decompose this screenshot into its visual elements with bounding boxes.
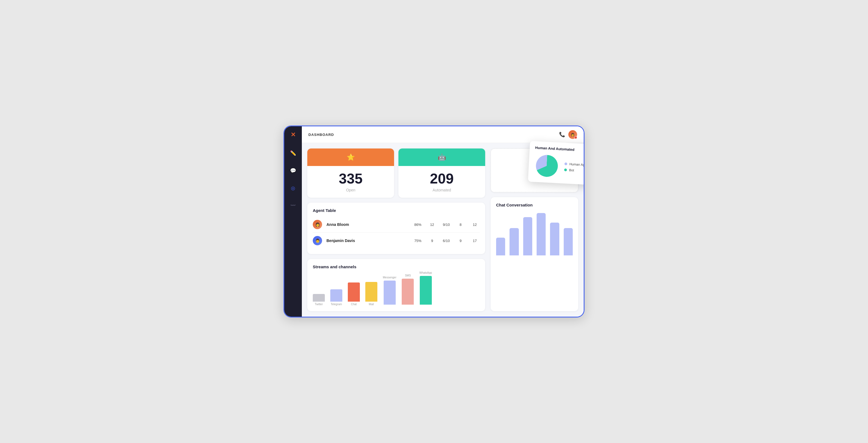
bar-label-twitter: Twitter xyxy=(315,303,322,306)
agent-name-ben: Benjamin Davis xyxy=(327,238,408,243)
sidebar: ✕ ✏️ 💬 ◎ 〰 xyxy=(284,126,302,317)
left-column: ⭐ 335 Open 🤖 209 Automated xyxy=(307,148,485,311)
chat-bar-chart xyxy=(496,212,573,255)
sidebar-item-chat[interactable]: 💬 xyxy=(288,166,298,176)
agent-stat-ben-4: 9 xyxy=(456,239,465,243)
avatar-initials: 👩 xyxy=(571,133,575,136)
sidebar-logo[interactable]: ✕ xyxy=(290,131,296,138)
agent-stat-anna-2: 12 xyxy=(427,223,437,227)
table-row: 👩 Anna Bloom 86% 12 9/10 8 12 xyxy=(313,216,480,233)
agent-stat-ben-2: 9 xyxy=(427,239,437,243)
pie-chart-svg xyxy=(534,153,560,179)
automated-label: Automated xyxy=(404,188,480,192)
bar-whatsapp xyxy=(420,276,432,305)
bar-label-mail: Mail xyxy=(369,303,374,306)
legend-dot-bot xyxy=(564,168,567,171)
agent-avatar-anna: 👩 xyxy=(313,220,322,229)
bar-twitter xyxy=(313,294,325,302)
pie-legend: Human Agent Bot xyxy=(564,162,585,173)
sidebar-item-edit[interactable]: ✏️ xyxy=(288,148,298,158)
legend-dot-human xyxy=(564,163,567,165)
open-metric-body: 335 Open xyxy=(307,166,394,198)
bar-telegram xyxy=(330,289,342,302)
metric-cards: ⭐ 335 Open 🤖 209 Automated xyxy=(307,148,485,198)
legend-item-bot: Bot xyxy=(564,168,585,173)
automated-metric-card: 🤖 209 Automated xyxy=(398,148,485,198)
header: DASHBOARD 📞 👩 xyxy=(302,126,584,143)
automated-value: 209 xyxy=(404,171,480,186)
bar-group-telegram: Telegram xyxy=(330,288,342,306)
agent-stat-ben-1: 75% xyxy=(413,239,423,243)
bar-chat xyxy=(348,282,360,302)
agent-stat-anna-5: 12 xyxy=(470,223,480,227)
open-metric-header: ⭐ xyxy=(307,148,394,166)
bar-group-twitter: Twitter xyxy=(313,292,325,306)
automated-metric-header: 🤖 xyxy=(398,148,485,166)
vert-bar-5 xyxy=(550,223,559,255)
agent-stat-anna-4: 8 xyxy=(456,223,465,227)
bar-group-chat: Chat xyxy=(348,281,360,306)
agent-stat-ben-3: 6/10 xyxy=(441,239,451,243)
bar-group-sms: SMS xyxy=(402,274,414,306)
streams-card: Streams and channels Twitter Telegra xyxy=(307,259,485,311)
bar-top-whatsapp: WhatsApp xyxy=(419,271,432,274)
bar-top-sms: SMS xyxy=(405,274,411,277)
agent-stat-anna-3: 9/10 xyxy=(441,223,451,227)
header-actions: 📞 👩 xyxy=(559,130,577,139)
bar-group-whatsapp: WhatsApp xyxy=(419,271,432,306)
bar-messenger xyxy=(384,280,396,305)
vert-bar-4 xyxy=(537,213,546,255)
chat-conversation-card: Chat Conversation xyxy=(491,197,578,311)
vert-bar-3 xyxy=(523,217,532,255)
streams-bar-chart: Twitter Telegram Chat xyxy=(313,273,480,306)
bar-group-mail: Mail xyxy=(365,280,377,306)
bar-group-messenger: Messenger xyxy=(383,276,396,306)
open-label: Open xyxy=(313,188,389,192)
bar-sms xyxy=(402,279,414,305)
bar-label-telegram: Telegram xyxy=(331,303,342,306)
bar-mail xyxy=(365,282,377,302)
sidebar-item-analytics[interactable]: ◎ xyxy=(288,183,298,193)
table-row: 👨 Benjamin Davis 75% 9 6/10 9 17 xyxy=(313,233,480,248)
agent-stat-anna-1: 86% xyxy=(413,223,423,227)
bar-label-chat: Chat xyxy=(351,303,356,306)
agent-name-anna: Anna Bloom xyxy=(327,222,408,227)
agent-avatar-ben: 👨 xyxy=(313,236,322,245)
legend-label-bot: Bot xyxy=(569,168,574,172)
pie-chart-card: Human And Automated Human Agent xyxy=(528,141,585,185)
open-icon: ⭐ xyxy=(347,154,355,161)
main-content: DASHBOARD 📞 👩 ⭐ 335 xyxy=(302,126,584,317)
phone-icon[interactable]: 📞 xyxy=(559,132,565,138)
open-value: 335 xyxy=(313,171,389,186)
pie-chart-title: Human And Automated xyxy=(535,145,585,152)
pie-chart-content: Human Agent Bot xyxy=(534,153,585,180)
bot-icon: 🤖 xyxy=(438,154,446,161)
streams-title: Streams and channels xyxy=(313,265,480,269)
bar-top-messenger: Messenger xyxy=(383,276,396,279)
chat-conversation-title: Chat Conversation xyxy=(496,203,573,207)
legend-item-human: Human Agent xyxy=(564,162,585,167)
agent-table-title: Agent Table xyxy=(313,208,480,213)
user-avatar[interactable]: 👩 xyxy=(568,130,577,139)
legend-label-human: Human Agent xyxy=(569,162,585,167)
agent-stat-ben-5: 17 xyxy=(470,239,480,243)
automated-metric-body: 209 Automated xyxy=(398,166,485,198)
vert-bar-1 xyxy=(496,238,505,255)
agent-table-card: Agent Table 👩 Anna Bloom 86% 12 9/10 8 1… xyxy=(307,203,485,254)
open-metric-card: ⭐ 335 Open xyxy=(307,148,394,198)
vert-bar-6 xyxy=(564,228,573,255)
vert-bar-2 xyxy=(509,228,519,255)
app-frame: ✕ ✏️ 💬 ◎ 〰 DASHBOARD 📞 👩 xyxy=(283,126,585,317)
sidebar-item-trends[interactable]: 〰 xyxy=(288,201,298,211)
page-title: DASHBOARD xyxy=(308,133,334,137)
